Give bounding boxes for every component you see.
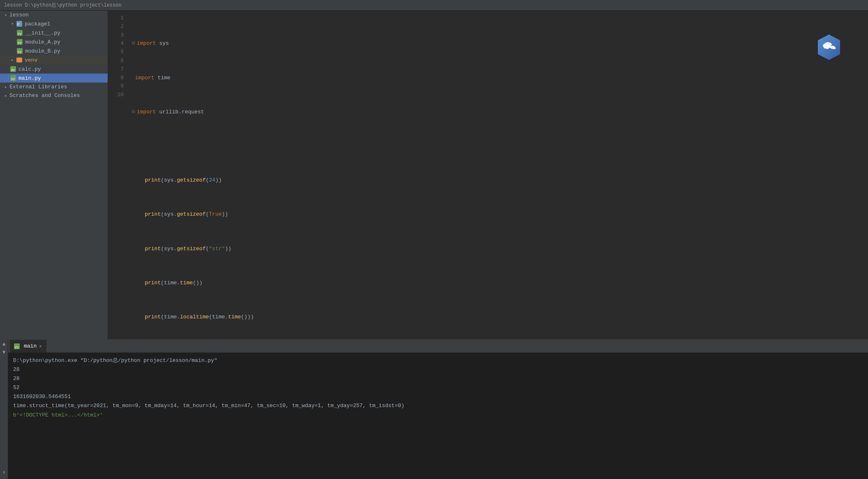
sidebar-item-external-libraries[interactable]: ▸ External Libraries <box>0 83 108 91</box>
sidebar-item-label: calc.py <box>18 66 41 72</box>
scroll-down-btn[interactable]: ▼ <box>1 349 7 356</box>
expand-arrow-ext: ▸ <box>3 85 8 90</box>
sidebar-item-label: lesson <box>9 12 29 18</box>
console-tab-main[interactable]: py main ✕ <box>10 340 46 352</box>
sidebar-item-calc-py[interactable]: py calc.py <box>0 64 108 74</box>
console-py-icon: py <box>14 343 20 349</box>
bottom-tool-strip: ▲ ▼ ⬇ <box>0 339 8 479</box>
sidebar-item-label: __init__.py <box>25 30 60 36</box>
expand-arrow-venv: ▸ <box>10 58 15 62</box>
py-file-icon: py <box>10 66 16 72</box>
bottom-panel-wrapper: ▲ ▼ ⬇ py main ✕ D:\python\python.exe "D:… <box>0 339 868 479</box>
code-line-2: import time <box>132 74 864 83</box>
sidebar-item-scratches[interactable]: ▸ Scratches and Consoles <box>0 91 108 100</box>
sidebar-item-module-a[interactable]: py module_A.py <box>0 37 108 46</box>
sidebar-item-main-py[interactable]: py main.py <box>0 74 108 83</box>
console-panel: py main ✕ D:\python\python.exe "D:/pytho… <box>8 339 868 479</box>
pycharm-logo-area <box>815 33 843 63</box>
svg-text:py: py <box>18 41 22 44</box>
expand-arrow-package1: ▾ <box>10 21 15 26</box>
code-line-8: print(time.time()) <box>132 279 864 288</box>
expand-arrow-scratches: ▸ <box>3 93 8 98</box>
sidebar-item-module-b[interactable]: py module_B.py <box>0 46 108 55</box>
py-file-icon: py <box>10 75 16 81</box>
console-tab-label: main <box>24 343 37 349</box>
sidebar-item-label: venv <box>25 57 37 63</box>
sidebar-item-label: Scratches and Consoles <box>9 92 80 99</box>
console-tabs: py main ✕ <box>8 340 868 353</box>
code-line-9: print(time.localtime(time.time())) <box>132 313 864 322</box>
file-tree: ▾ lesson ▾ P package1 py __init__.py <box>0 11 108 339</box>
package-icon: P <box>16 21 23 27</box>
svg-text:py: py <box>11 77 15 81</box>
code-line-3: ⊟import urllib.request <box>132 108 864 117</box>
scroll-up-btn[interactable]: ▲ <box>1 341 7 348</box>
console-output-line-1: 28 <box>13 365 863 374</box>
sidebar-item-label: main.py <box>18 75 41 81</box>
expand-arrow-lesson: ▾ <box>3 13 8 18</box>
sidebar-item-label: package1 <box>25 21 50 27</box>
svg-text:py: py <box>11 68 15 71</box>
svg-rect-8 <box>16 58 22 62</box>
console-output-line-6: b'<!DOCTYPE html>...</html>' <box>13 411 863 420</box>
code-line-6: print(sys.getsizeof(True)) <box>132 210 864 219</box>
console-output-line-2: 28 <box>13 374 863 383</box>
tab-close-btn[interactable]: ✕ <box>39 343 42 349</box>
svg-text:py: py <box>18 50 22 53</box>
code-line-5: print(sys.getsizeof(24)) <box>132 176 864 185</box>
svg-text:py: py <box>18 32 22 35</box>
folder-icon <box>16 57 23 63</box>
code-container[interactable]: 1 2 3 4 5 6 7 8 9 10 ⊟import sys import <box>108 11 868 339</box>
sidebar-item-venv[interactable]: ▸ venv <box>0 55 108 64</box>
py-file-icon: py <box>16 30 23 36</box>
sidebar-item-label: module_A.py <box>25 39 60 45</box>
code-line-1: ⊟import sys <box>132 39 864 48</box>
sidebar-item-label: External Libraries <box>9 84 67 90</box>
console-output-line-5: time.struct_time(tm_year=2021, tm_mon=9,… <box>13 401 863 410</box>
console-output-line-3: 52 <box>13 383 863 392</box>
sidebar-item-init-py[interactable]: py __init__.py <box>0 28 108 37</box>
svg-text:py: py <box>15 345 19 349</box>
project-path: lesson D:\python总\python project\lesson <box>4 2 122 9</box>
sidebar-item-label: module_B.py <box>25 48 60 54</box>
code-editor[interactable]: ⊟import sys import time ⊟import urllib.r… <box>129 14 864 339</box>
py-file-icon: py <box>16 48 23 54</box>
svg-text:P: P <box>17 23 19 27</box>
sidebar-item-lesson[interactable]: ▾ lesson <box>0 11 108 19</box>
console-output[interactable]: D:\python\python.exe "D:/python总/python … <box>8 353 868 479</box>
sidebar-item-package1[interactable]: ▾ P package1 <box>0 19 108 28</box>
scrollbar-right[interactable] <box>864 14 868 339</box>
pycharm-logo-icon <box>815 33 843 62</box>
code-line-4 <box>132 142 864 151</box>
console-output-line-4: 1631602030.5464551 <box>13 392 863 401</box>
py-file-icon: py <box>16 39 23 45</box>
console-command-line: D:\python\python.exe "D:/python总/python … <box>13 356 863 365</box>
download-btn[interactable]: ⬇ <box>1 469 7 476</box>
editor-area: 1 2 3 4 5 6 7 8 9 10 ⊟import sys import <box>108 11 868 339</box>
code-line-7: print(sys.getsizeof("str")) <box>132 245 864 253</box>
header-bar: lesson D:\python总\python project\lesson <box>0 0 868 11</box>
line-numbers: 1 2 3 4 5 6 7 8 9 10 <box>108 14 129 339</box>
